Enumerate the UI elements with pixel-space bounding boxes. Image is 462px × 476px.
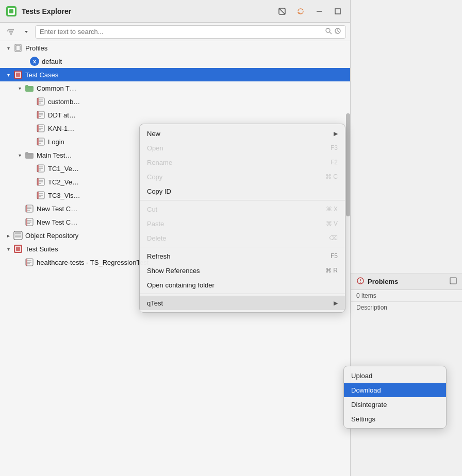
menu-item-open-folder[interactable]: Open containing folder <box>140 278 345 292</box>
menu-new-arrow: ▶ <box>334 130 338 137</box>
menu-open-label: Open <box>147 144 331 152</box>
expand-main-test-arrow[interactable]: ▾ <box>15 151 24 159</box>
svg-marker-13 <box>25 31 28 33</box>
common-label: Common T… <box>37 84 76 92</box>
sync-button[interactable] <box>293 4 308 19</box>
tree-item-common[interactable]: ▾ Common T… <box>0 81 350 95</box>
submenu-item-disintegrate[interactable]: Disintegrate <box>344 397 446 412</box>
menu-rename-label: Rename <box>147 159 331 166</box>
svg-rect-19 <box>16 45 20 50</box>
title-actions <box>275 4 345 19</box>
test-suites-icon <box>13 244 23 253</box>
menu-copy-id-label: Copy ID <box>147 188 338 195</box>
tc3-label: TC3_Vis… <box>48 192 80 199</box>
kan-label: KAN-1… <box>48 125 74 132</box>
new-test-c1-icon <box>25 204 34 213</box>
svg-rect-67 <box>26 218 27 226</box>
qtest-submenu: Upload Download Disintegrate Settings <box>343 366 447 429</box>
tree-item-customb[interactable]: ▸ customb… <box>0 95 350 108</box>
object-repo-label: Object Repository <box>25 232 78 240</box>
svg-rect-78 <box>26 259 27 266</box>
maximize-button[interactable] <box>331 4 345 19</box>
svg-rect-73 <box>16 247 20 251</box>
ddt-test-icon <box>36 110 45 120</box>
menu-item-qtest[interactable]: qTest ▶ <box>140 296 345 310</box>
svg-line-4 <box>279 8 285 14</box>
svg-rect-2 <box>9 9 13 13</box>
menu-refresh-label: Refresh <box>147 252 331 260</box>
svg-rect-70 <box>15 235 21 237</box>
tree-item-test-cases[interactable]: ▾ Test Cases <box>0 68 350 81</box>
menu-separator-2 <box>140 247 345 247</box>
menu-item-open: Open F3 <box>140 141 345 155</box>
menu-item-refresh[interactable]: Refresh F5 <box>140 249 345 263</box>
test-suites-label: Test Suites <box>25 245 58 253</box>
app-icon <box>5 5 18 18</box>
new-test-c2-label: New Test C… <box>37 218 77 226</box>
tc1-test-icon <box>36 164 45 173</box>
expand-test-cases-arrow[interactable]: ▾ <box>4 71 12 79</box>
search-history-icon[interactable] <box>334 27 341 36</box>
submenu-settings-label: Settings <box>351 415 375 423</box>
svg-rect-8 <box>335 9 340 14</box>
toolbar <box>0 23 350 41</box>
filter-button[interactable] <box>4 25 18 39</box>
menu-show-ref-label: Show References <box>147 267 325 275</box>
context-menu: New ▶ Open F3 Rename F2 Copy ⌘ C Copy ID… <box>139 124 345 313</box>
filter-dropdown-button[interactable] <box>20 25 33 39</box>
menu-separator-1 <box>140 200 345 200</box>
submenu-item-upload[interactable]: Upload <box>344 368 446 383</box>
svg-rect-69 <box>15 232 21 234</box>
new-test-c1-label: New Test C… <box>37 205 77 213</box>
menu-copy-shortcut: ⌘ C <box>325 173 338 180</box>
menu-copy-label: Copy <box>147 173 325 181</box>
svg-line-15 <box>329 32 332 34</box>
expand-profiles-arrow[interactable]: ▾ <box>4 44 12 52</box>
menu-show-ref-shortcut: ⌘ R <box>325 267 338 274</box>
svg-rect-32 <box>37 111 39 118</box>
problems-panel: Problems 0 items Description <box>351 273 462 313</box>
submenu-item-settings[interactable]: Settings <box>344 412 446 426</box>
svg-rect-47 <box>37 165 39 172</box>
minimize-button[interactable] <box>312 4 326 19</box>
svg-point-14 <box>326 28 330 32</box>
svg-rect-42 <box>37 138 39 145</box>
expand-common-arrow[interactable]: ▾ <box>15 84 24 92</box>
tree-item-ddt[interactable]: ▸ DDT at… <box>0 108 350 122</box>
menu-item-show-references[interactable]: Show References ⌘ R <box>140 263 345 278</box>
pin-button[interactable] <box>275 4 289 19</box>
menu-item-copy-id[interactable]: Copy ID <box>140 184 345 198</box>
menu-item-new[interactable]: New ▶ <box>140 126 345 141</box>
default-profile-icon: x <box>30 57 39 66</box>
expand-object-repo-arrow[interactable]: ▸ <box>4 231 12 240</box>
menu-open-folder-label: Open containing folder <box>147 281 338 289</box>
svg-rect-52 <box>37 178 39 185</box>
tc1-label: TC1_Ve… <box>48 165 79 173</box>
expand-test-suites-arrow[interactable]: ▾ <box>4 245 12 253</box>
svg-rect-27 <box>37 98 39 105</box>
healthcare-label: healthcare-tests - TS_RegressionTest <box>37 259 148 266</box>
problems-title: Problems <box>368 278 447 285</box>
test-cases-icon <box>13 70 23 79</box>
search-input[interactable] <box>40 28 325 36</box>
customb-test-icon <box>36 97 45 106</box>
problems-count: 0 items <box>351 290 462 302</box>
tree-item-profiles[interactable]: ▾ Profiles <box>0 41 350 55</box>
common-folder-icon <box>25 83 34 93</box>
title-bar: Tests Explorer <box>0 0 350 23</box>
submenu-download-label: Download <box>351 386 381 394</box>
svg-rect-57 <box>37 192 39 199</box>
healthcare-test-icon <box>25 258 34 267</box>
search-icon[interactable] <box>325 27 332 36</box>
menu-paste-label: Paste <box>147 220 326 228</box>
problems-panel-icon[interactable] <box>450 277 457 286</box>
menu-delete-shortcut: ⌫ <box>329 234 338 242</box>
menu-item-paste: Paste ⌘ V <box>140 216 345 231</box>
menu-item-rename: Rename F2 <box>140 155 345 169</box>
submenu-item-download[interactable]: Download <box>344 383 446 397</box>
svg-rect-37 <box>37 125 39 132</box>
scrollbar-thumb[interactable] <box>346 113 350 216</box>
tree-item-default[interactable]: ▸ x default <box>0 55 350 68</box>
menu-new-label: New <box>147 130 334 138</box>
svg-rect-22 <box>16 73 20 77</box>
